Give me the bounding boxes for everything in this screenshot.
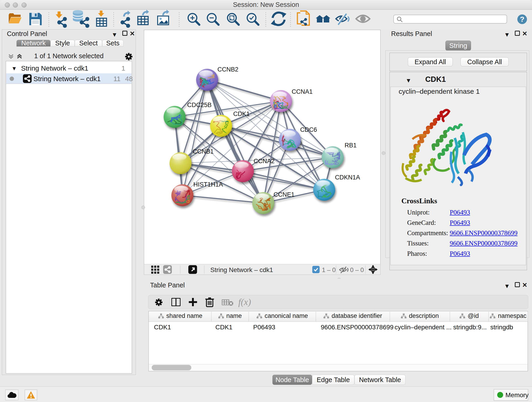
svg-text:CCNB1: CCNB1 <box>193 148 214 155</box>
svg-text:HIST1H1A: HIST1H1A <box>193 181 223 188</box>
svg-text:CDK1: CDK1 <box>233 110 250 117</box>
svg-text:CCNA2: CCNA2 <box>254 158 275 165</box>
svg-text:CDC6: CDC6 <box>300 126 317 133</box>
svg-text:CCNE1: CCNE1 <box>273 191 295 198</box>
svg-text:CCNB2: CCNB2 <box>217 66 239 73</box>
svg-text:RB1: RB1 <box>345 142 357 149</box>
svg-text:CCNA1: CCNA1 <box>292 88 313 95</box>
svg-text:CDC25B: CDC25B <box>187 102 212 108</box>
svg-text:CDKN1A: CDKN1A <box>335 174 360 181</box>
